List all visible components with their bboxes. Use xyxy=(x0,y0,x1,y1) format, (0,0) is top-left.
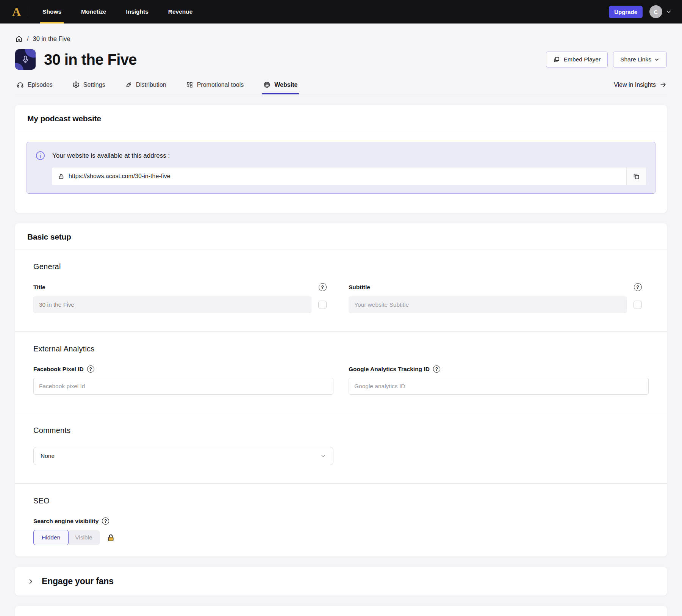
show-header: 30 in the Five Embed Player Share Links xyxy=(15,49,667,70)
premium-lock-icon xyxy=(106,533,115,542)
upgrade-button[interactable]: Upgrade xyxy=(609,6,643,18)
chevron-down-icon xyxy=(654,57,660,63)
chevron-down-icon xyxy=(320,453,326,459)
help-icon[interactable] xyxy=(319,283,327,291)
page-title: 30 in the Five xyxy=(44,51,137,68)
title-label: Title xyxy=(33,284,311,291)
breadcrumb-current[interactable]: 30 in the Five xyxy=(33,35,70,42)
subtitle-input xyxy=(349,296,627,313)
google-analytics-label: Google Analytics Tracking ID xyxy=(349,366,430,373)
help-icon[interactable] xyxy=(102,517,109,525)
create-your-own-look-card[interactable]: Create your own look xyxy=(15,606,667,616)
collapsed-card-title: Engage your fans xyxy=(42,576,114,586)
avatar[interactable]: C xyxy=(649,5,662,18)
basic-setup-card: Basic setup General Title Subtitle xyxy=(15,223,667,556)
title-input xyxy=(33,296,311,313)
search-engine-visibility-label: Search engine visibility xyxy=(33,518,99,525)
nav-item-shows[interactable]: Shows xyxy=(40,0,64,24)
general-section: General Title Subtitle xyxy=(15,249,667,331)
arrow-right-icon xyxy=(660,81,667,88)
embed-icon xyxy=(553,56,560,63)
comments-section: Comments None xyxy=(15,413,667,483)
nav-right: Upgrade C xyxy=(609,5,672,18)
card-header: My podcast website xyxy=(15,105,667,131)
gear-icon xyxy=(72,81,80,88)
tab-settings[interactable]: Settings xyxy=(71,81,107,94)
facebook-pixel-label: Facebook Pixel ID xyxy=(33,366,84,373)
chevron-right-icon xyxy=(27,578,34,585)
subtitle-label: Subtitle xyxy=(349,284,627,291)
info-icon xyxy=(35,150,45,161)
visibility-visible-option[interactable]: Visible xyxy=(67,530,100,545)
show-tabs: Episodes Settings Distribution Promotion… xyxy=(15,81,667,94)
website-url-bar: https://shows.acast.com/30-in-the-five xyxy=(52,168,646,185)
nav-divider xyxy=(30,6,30,17)
card-title: Basic setup xyxy=(27,232,655,241)
tab-episodes[interactable]: Episodes xyxy=(15,81,54,94)
comments-select[interactable]: None xyxy=(33,447,333,465)
seo-section: SEO Search engine visibility Hidden Visi… xyxy=(15,483,667,556)
help-icon[interactable] xyxy=(87,365,94,373)
section-heading: External Analytics xyxy=(33,345,649,353)
globe-icon xyxy=(263,81,271,88)
lock-icon xyxy=(58,173,64,180)
external-analytics-section: External Analytics Facebook Pixel ID Goo… xyxy=(15,331,667,413)
my-podcast-website-card: My podcast website Your website is avail… xyxy=(15,105,667,213)
tab-promotional-tools[interactable]: Promotional tools xyxy=(185,81,246,94)
card-title: My podcast website xyxy=(27,114,655,123)
infobox-text: Your website is available at this addres… xyxy=(52,152,170,160)
help-icon[interactable] xyxy=(433,365,440,373)
section-heading: General xyxy=(33,262,649,271)
headphones-icon xyxy=(17,81,24,88)
comments-selected-value: None xyxy=(41,453,55,459)
nav-item-insights[interactable]: Insights xyxy=(124,0,150,24)
facebook-pixel-field: Facebook Pixel ID xyxy=(33,365,333,395)
help-icon[interactable] xyxy=(634,283,642,291)
embed-player-button[interactable]: Embed Player xyxy=(546,52,608,67)
title-hide-checkbox[interactable] xyxy=(318,301,327,309)
engage-your-fans-card[interactable]: Engage your fans xyxy=(15,567,667,596)
nav-item-monetize[interactable]: Monetize xyxy=(79,0,108,24)
podcast-artwork xyxy=(15,49,36,70)
copy-icon xyxy=(633,173,640,180)
acast-logo[interactable]: A xyxy=(10,6,23,18)
promo-grid-icon xyxy=(186,81,193,88)
google-analytics-input[interactable] xyxy=(349,378,649,395)
view-in-insights-link[interactable]: View in Insights xyxy=(614,81,667,94)
breadcrumb-separator: / xyxy=(27,35,29,42)
website-address-infobox: Your website is available at this addres… xyxy=(27,142,655,194)
search-visibility-toggle: Hidden Visible xyxy=(33,530,649,545)
subtitle-hide-checkbox[interactable] xyxy=(634,301,642,309)
chevron-down-icon[interactable] xyxy=(665,8,672,15)
primary-nav: Shows Monetize Insights Revenue xyxy=(40,0,210,24)
home-icon[interactable] xyxy=(15,35,23,42)
rocket-icon xyxy=(125,81,132,88)
facebook-pixel-input[interactable] xyxy=(33,378,333,395)
tab-website[interactable]: Website xyxy=(262,81,299,94)
microphone-icon xyxy=(15,49,36,70)
nav-item-revenue[interactable]: Revenue xyxy=(166,0,195,24)
visibility-hidden-option[interactable]: Hidden xyxy=(33,530,69,545)
section-heading: SEO xyxy=(33,497,649,505)
copy-url-button[interactable] xyxy=(626,168,646,185)
card-header: Basic setup xyxy=(15,223,667,249)
section-heading: Comments xyxy=(33,426,649,435)
website-url[interactable]: https://shows.acast.com/30-in-the-five xyxy=(52,168,626,185)
tab-distribution[interactable]: Distribution xyxy=(124,81,168,94)
header-actions: Embed Player Share Links xyxy=(546,52,667,67)
title-field: Title xyxy=(33,283,333,313)
subtitle-field: Subtitle xyxy=(349,283,649,313)
breadcrumb: / 30 in the Five xyxy=(15,35,667,42)
top-nav: A Shows Monetize Insights Revenue Upgrad… xyxy=(0,0,682,24)
share-links-button[interactable]: Share Links xyxy=(613,52,667,67)
google-analytics-field: Google Analytics Tracking ID xyxy=(349,365,649,395)
